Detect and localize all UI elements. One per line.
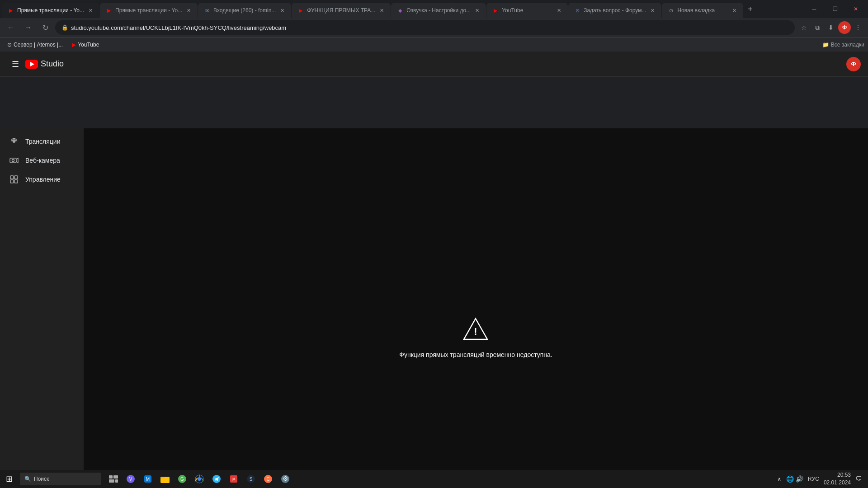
clock: 20:53 (824, 471, 851, 479)
taskbar-right: ∧ 🌐 🔊 RУС 20:53 02.01.2024 🗨 (774, 471, 868, 487)
reload-button[interactable]: ↻ (38, 20, 52, 35)
tab-8-close[interactable]: ✕ (731, 7, 738, 14)
search-icon: 🔍 (24, 476, 31, 482)
start-icon: ⊞ (6, 474, 13, 484)
lock-icon: 🔒 (61, 24, 68, 31)
tab-4-close[interactable]: ✕ (378, 7, 385, 14)
tab-2-title: Прямые трансляции - Yo... (115, 7, 182, 14)
taskbar-app-steam[interactable]: S (242, 470, 259, 488)
address-text: studio.youtube.com/channel/UCKLLbjL1IK-f… (71, 24, 788, 31)
tray-arrow[interactable]: ∧ (777, 476, 782, 483)
svg-point-4 (12, 160, 14, 162)
tab-1-close[interactable]: ✕ (87, 7, 94, 14)
sidebar-item-streams[interactable]: Трансляции (0, 132, 78, 151)
browser-chrome: ▶ Прямые трансляции - Yo... ✕ ▶ Прямые т… (0, 0, 868, 52)
forward-button[interactable]: → (21, 20, 35, 35)
svg-rect-3 (10, 158, 16, 163)
taskbar-app-telegram[interactable] (208, 470, 225, 488)
address-actions: ☆ ⧉ ⬇ Ф ⋮ (797, 21, 864, 34)
tab-1-title: Прямые трансляции - Yo... (17, 7, 84, 14)
taskbar-app-orange[interactable]: C (259, 470, 277, 488)
tab-5-title: Озвучка - Настройки до... (406, 7, 471, 14)
tab-6[interactable]: ▶ YouTube ✕ (486, 3, 568, 18)
header-avatar[interactable]: Ф (846, 57, 861, 71)
minimize-button[interactable]: ─ (804, 0, 825, 18)
tab-2-close[interactable]: ✕ (185, 7, 192, 14)
taskbar-app-chrome[interactable] (191, 470, 208, 488)
tab-8-title: Новая вкладка (677, 7, 728, 14)
taskbar-app-store[interactable]: M (139, 470, 156, 488)
tab-4-favicon: ▶ (297, 7, 304, 14)
bookmarks-folder[interactable]: 📁 Все закладки (822, 42, 864, 48)
tab-3-title: Входящие (260) - fomin... (213, 7, 276, 14)
taskbar-app-view[interactable] (105, 470, 122, 488)
tab-7[interactable]: ⊙ Задать вопрос - Форум... ✕ (568, 3, 661, 18)
tab-2[interactable]: ▶ Прямые трансляции - Yo... ✕ (100, 3, 198, 18)
taskbar-app-red[interactable]: P (225, 470, 242, 488)
menu-toggle-button[interactable]: ☰ (7, 56, 24, 72)
sidebar-item-manage[interactable]: Управление (0, 170, 78, 189)
restore-button[interactable]: ❐ (825, 0, 845, 18)
address-bar[interactable]: 🔒 studio.youtube.com/channel/UCKLLbjL1IK… (55, 20, 795, 35)
back-button[interactable]: ← (4, 20, 18, 35)
download-button[interactable]: ⬇ (825, 21, 837, 34)
taskbar: ⊞ 🔍 Поиск V M G P S (0, 470, 868, 488)
bookmark-aternos[interactable]: ⊙ Сервер | Aternos |... (4, 41, 66, 49)
svg-text:V: V (129, 477, 132, 482)
new-tab-button[interactable]: + (744, 3, 756, 15)
camera-icon (9, 155, 19, 165)
tab-2-favicon: ▶ (105, 7, 113, 14)
tab-6-favicon: ▶ (492, 7, 499, 14)
taskbar-search[interactable]: 🔍 Поиск (20, 473, 101, 485)
bookmark-star-button[interactable]: ☆ (797, 21, 810, 34)
notifications-icon[interactable]: 🗨 (853, 475, 864, 483)
tab-1-favicon: ▶ (7, 7, 14, 14)
tab-5-close[interactable]: ✕ (473, 7, 481, 14)
tab-4[interactable]: ▶ ФУНКЦИЯ ПРЯМЫХ ТРА... ✕ (292, 3, 391, 18)
taskbar-app-viber[interactable]: V (122, 470, 139, 488)
tab-8[interactable]: ⊙ Новая вкладка ✕ (662, 3, 743, 18)
tab-7-close[interactable]: ✕ (649, 7, 656, 14)
svg-point-2 (13, 140, 15, 143)
tab-5[interactable]: ◆ Озвучка - Настройки до... ✕ (391, 3, 486, 18)
bookmark-youtube[interactable]: ▶ YouTube (68, 41, 103, 49)
svg-text:P: P (232, 477, 235, 482)
svg-rect-7 (10, 180, 14, 183)
taskbar-app-green[interactable]: G (174, 470, 191, 488)
sys-tray: ∧ (774, 476, 784, 483)
tab-3[interactable]: ✉ Входящие (260) - fomin... ✕ (198, 3, 291, 18)
tab-3-close[interactable]: ✕ (278, 7, 286, 14)
close-button[interactable]: ✕ (845, 0, 866, 18)
svg-text:S: S (250, 477, 253, 482)
tab-7-title: Задать вопрос - Форум... (584, 7, 646, 14)
address-bar-row: ← → ↻ 🔒 studio.youtube.com/channel/UCKLL… (0, 18, 868, 37)
start-button[interactable]: ⊞ (0, 470, 18, 488)
tab-4-title: ФУНКЦИЯ ПРЯМЫХ ТРА... (307, 7, 375, 14)
svg-rect-6 (14, 176, 18, 179)
profile-button[interactable]: Ф (838, 21, 851, 34)
tab-1[interactable]: ▶ Прямые трансляции - Yo... ✕ (2, 3, 99, 18)
sidebar-manage-label: Управление (25, 176, 61, 183)
taskbar-app-settings[interactable]: ⚙ (277, 470, 294, 488)
date: 02.01.2024 (824, 479, 851, 487)
logo-area: Studio (25, 59, 64, 69)
network-icon: 🌐 (786, 475, 794, 483)
warning-icon: ! (462, 317, 489, 344)
language-label: RУС (805, 476, 822, 482)
extensions-button[interactable]: ⧉ (811, 21, 824, 34)
bookmarks-folder-label: Все закладки (831, 42, 864, 48)
taskbar-app-files[interactable] (156, 470, 174, 488)
sidebar-item-webcam[interactable]: Веб-камера (0, 151, 78, 170)
svg-text:G: G (180, 477, 184, 482)
bookmark-youtube-favicon: ▶ (72, 42, 76, 48)
sidebar: Трансляции Веб-камера Управ (0, 128, 84, 488)
tab-6-title: YouTube (502, 7, 552, 14)
tab-8-favicon: ⊙ (667, 7, 675, 14)
youtube-logo-icon (25, 60, 38, 69)
sound-icon: 🔊 (796, 475, 803, 483)
svg-rect-20 (160, 477, 165, 479)
menu-button[interactable]: ⋮ (852, 21, 864, 34)
svg-text:⚙: ⚙ (283, 475, 288, 482)
tab-6-close[interactable]: ✕ (555, 7, 562, 14)
taskbar-time[interactable]: 20:53 02.01.2024 (824, 471, 851, 487)
